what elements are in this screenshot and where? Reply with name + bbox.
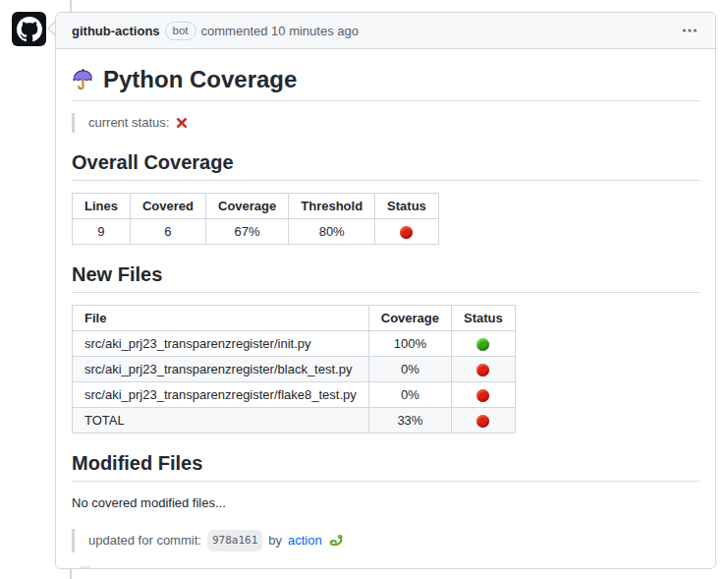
column-header: Covered <box>130 194 205 219</box>
commit-note-label: updated for commit: <box>88 532 201 550</box>
kebab-icon <box>682 23 698 38</box>
table-cell: src/aki_prj23_transparenzregister/flake8… <box>73 382 369 408</box>
report-title-text: Python Coverage <box>103 65 297 94</box>
current-status-note: current status: <box>72 113 700 133</box>
snake-icon <box>328 533 344 549</box>
status-red-icon <box>476 415 489 428</box>
table-header-row: LinesCoveredCoverageThresholdStatus <box>73 194 439 219</box>
comment-box: github-actions bot commented 10 minutes … <box>55 12 716 569</box>
overall-coverage-heading: Overall Coverage <box>72 150 700 181</box>
author-link[interactable]: github-actions <box>72 24 160 38</box>
table-cell: 6 <box>130 219 205 245</box>
table-cell <box>452 331 516 357</box>
current-status-label: current status: <box>88 114 169 132</box>
table-cell: src/aki_prj23_transparenzregister/black_… <box>73 357 369 382</box>
table-cell: 0% <box>368 382 451 408</box>
table-cell <box>375 219 439 245</box>
new-files-table: FileCoverageStatus src/aki_prj23_transpa… <box>72 305 516 434</box>
column-header: Status <box>452 306 516 331</box>
table-cell <box>452 382 516 408</box>
table-cell <box>452 408 516 434</box>
cross-mark-icon <box>175 116 189 130</box>
bot-badge: bot <box>165 22 196 40</box>
commit-note: updated for commit: 978a161 by action <box>72 529 700 552</box>
table-row: src/aki_prj23_transparenzregister/init.p… <box>73 331 516 357</box>
table-row: src/aki_prj23_transparenzregister/flake8… <box>73 382 516 408</box>
add-reaction-button[interactable] <box>72 566 97 570</box>
table-cell <box>452 357 516 382</box>
table-cell: src/aki_prj23_transparenzregister/init.p… <box>73 331 369 357</box>
commit-sha-chip: 978a161 <box>207 530 262 551</box>
table-cell: TOTAL <box>73 408 369 434</box>
table-cell: 80% <box>289 219 375 245</box>
table-header-row: FileCoverageStatus <box>73 306 516 331</box>
table-cell: 33% <box>368 408 451 434</box>
table-cell: 9 <box>73 219 131 245</box>
table-cell: 67% <box>206 219 289 245</box>
table-row: TOTAL33% <box>73 408 516 434</box>
column-header: File <box>73 306 369 331</box>
github-actions-avatar[interactable] <box>12 12 46 46</box>
status-red-icon <box>476 389 489 402</box>
octocat-icon <box>17 17 42 42</box>
report-title: Python Coverage <box>72 65 700 101</box>
table-cell: 100% <box>368 331 451 357</box>
status-green-icon <box>476 338 489 351</box>
timeline-line-top <box>70 0 72 12</box>
timeline-line-bottom <box>70 569 72 579</box>
table-row: 9667%80% <box>73 219 439 245</box>
modified-files-empty-text: No covered modified files... <box>72 493 700 513</box>
column-header: Lines <box>73 194 131 219</box>
modified-files-heading: Modified Files <box>72 451 700 482</box>
column-header: Coverage <box>368 306 451 331</box>
column-header: Coverage <box>206 194 289 219</box>
status-red-icon <box>476 364 489 376</box>
comment-options-button[interactable] <box>680 21 700 40</box>
action-link[interactable]: action <box>288 532 322 550</box>
new-files-heading: New Files <box>72 262 700 293</box>
table-cell: 0% <box>368 357 451 382</box>
table-row: src/aki_prj23_transparenzregister/black_… <box>73 357 516 382</box>
umbrella-icon <box>72 69 94 91</box>
github-comment-page: github-actions bot commented 10 minutes … <box>0 0 728 579</box>
comment-timestamp: commented 10 minutes ago <box>201 24 359 38</box>
comment-body: Python Coverage current status: Overall … <box>56 49 715 569</box>
column-header: Threshold <box>289 194 375 219</box>
status-red-icon <box>400 226 413 239</box>
overall-coverage-table: LinesCoveredCoverageThresholdStatus 9667… <box>72 193 439 245</box>
comment-header: github-actions bot commented 10 minutes … <box>56 13 715 49</box>
column-header: Status <box>375 194 439 219</box>
commit-note-connector: by <box>268 532 282 550</box>
